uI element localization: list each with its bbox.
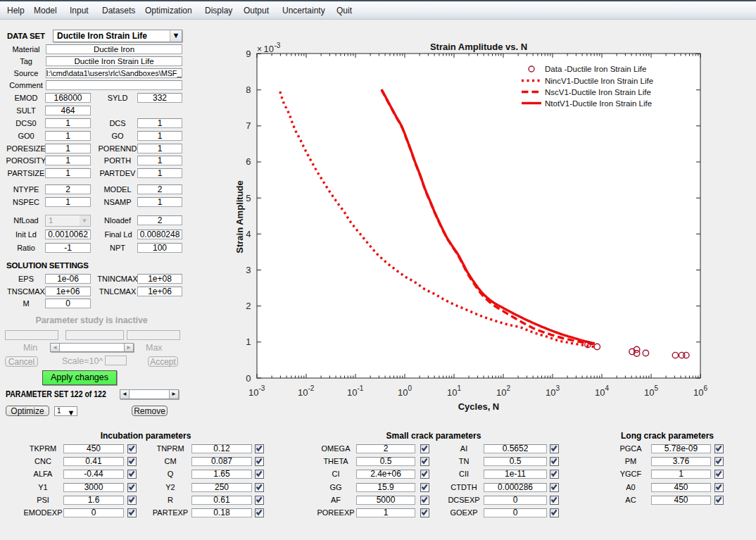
- svg-text:9: 9: [246, 49, 251, 59]
- svg-text:Strain Amplitude: Strain Amplitude: [234, 180, 245, 253]
- svg-text:Strain Amplitude vs. N: Strain Amplitude vs. N: [430, 42, 527, 52]
- svg-text:2: 2: [506, 384, 510, 392]
- svg-text:10: 10: [347, 387, 357, 398]
- svg-text:-1: -1: [358, 384, 364, 392]
- svg-text:×: ×: [257, 44, 262, 54]
- svg-text:10: 10: [595, 387, 605, 398]
- svg-text:1: 1: [246, 337, 251, 347]
- svg-text:10: 10: [447, 387, 457, 398]
- svg-text:6: 6: [703, 384, 707, 392]
- svg-text:10: 10: [264, 44, 274, 54]
- svg-text:NscV1-Ductile Iron Strain Life: NscV1-Ductile Iron Strain Life: [545, 88, 651, 96]
- svg-text:10: 10: [693, 387, 703, 398]
- svg-text:0: 0: [408, 384, 412, 392]
- svg-text:4: 4: [605, 384, 609, 392]
- svg-text:0: 0: [246, 373, 251, 384]
- svg-text:Data -Ductile Iron Strain Life: Data -Ductile Iron Strain Life: [545, 65, 646, 73]
- svg-text:8: 8: [246, 84, 251, 95]
- svg-text:NincV1-Ductile Iron Strain Lif: NincV1-Ductile Iron Strain Life: [545, 77, 653, 85]
- svg-text:-2: -2: [308, 384, 315, 392]
- svg-text:NtotV1-Ductile Iron Strain Lif: NtotV1-Ductile Iron Strain Life: [545, 99, 652, 108]
- svg-text:10: 10: [546, 387, 555, 398]
- svg-text:6: 6: [246, 156, 251, 167]
- svg-text:10: 10: [644, 387, 654, 398]
- svg-text:-3: -3: [275, 42, 281, 49]
- svg-text:10: 10: [248, 387, 258, 398]
- svg-text:7: 7: [246, 120, 251, 131]
- svg-text:10: 10: [398, 387, 408, 398]
- svg-text:Cycles, N: Cycles, N: [458, 401, 500, 412]
- svg-text:10: 10: [298, 387, 308, 398]
- svg-text:-3: -3: [259, 384, 265, 392]
- svg-text:4: 4: [246, 229, 251, 239]
- svg-text:3: 3: [555, 384, 560, 392]
- svg-text:1: 1: [457, 384, 461, 392]
- svg-text:3: 3: [246, 265, 251, 275]
- svg-text:5: 5: [654, 384, 658, 392]
- svg-text:5: 5: [246, 193, 251, 203]
- svg-text:10: 10: [496, 387, 506, 398]
- svg-text:2: 2: [246, 301, 251, 311]
